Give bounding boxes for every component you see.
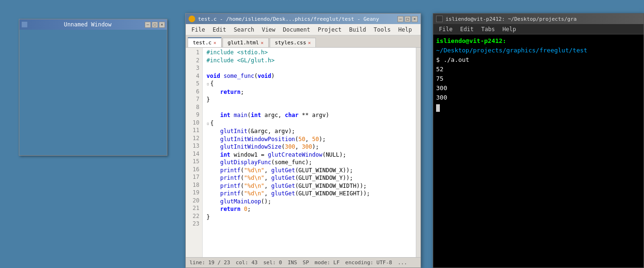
terminal-window: isliendo@vit-p2412: ~/Desktop/projects/g… [433, 13, 644, 268]
status-more: ... [398, 260, 407, 266]
geany-window-controls: — □ × [397, 16, 418, 22]
code-line-3 [206, 64, 412, 72]
term-line-out-3: 300 [436, 84, 641, 93]
ln-4: 4 [186, 72, 199, 80]
geany-menubar: File Edit Search View Document Project B… [186, 24, 421, 35]
geany-tabs: test.c ✕ glut1.html ✕ styles.css ✕ [186, 35, 421, 48]
tab-glut1-html-label: glut1.html [228, 40, 259, 46]
geany-window-title: test.c - /home/isliendo/Desk...phics/fre… [198, 16, 397, 22]
tab-test-c[interactable]: test.c ✕ [188, 37, 222, 47]
status-ins: INS [288, 260, 297, 266]
geany-statusbar: line: 19 / 23 col: 43 sel: 0 INS SP mode… [186, 257, 421, 268]
status-sel: sel: 0 [263, 260, 282, 266]
code-line-1: #include <stdio.h> [206, 49, 412, 57]
code-line-6: return; [206, 88, 412, 96]
ln-19: 19 [186, 189, 199, 197]
menu-build[interactable]: Build [345, 25, 370, 34]
ln-13: 13 [186, 142, 199, 150]
terminal-menubar: File Edit Tabs Help [433, 24, 644, 34]
ln-21: 21 [186, 204, 199, 212]
menu-project[interactable]: Project [314, 25, 346, 34]
geany-scrollbar[interactable] [416, 48, 421, 257]
status-sp: SP [303, 260, 309, 266]
tab-test-c-label: test.c [193, 40, 212, 46]
geany-titlebar: test.c - /home/isliendo/Desk...phics/fre… [186, 14, 421, 24]
ln-7: 7 [186, 95, 199, 103]
line-numbers: 1 2 3 4 5 6 7 8 9 10 11 12 13 14 15 16 1… [186, 48, 203, 257]
code-line-23 [206, 221, 412, 229]
ln-2: 2 [186, 57, 199, 65]
ln-6: 6 [186, 88, 199, 96]
menu-view[interactable]: View [258, 25, 279, 34]
geany-maximize-button[interactable]: □ [405, 16, 411, 22]
geany-editor: 1 2 3 4 5 6 7 8 9 10 11 12 13 14 15 16 1… [186, 48, 421, 257]
ln-22: 22 [186, 212, 199, 220]
term-menu-edit[interactable]: Edit [456, 25, 478, 34]
code-line-19: printf("%d\n", glutGet(GLUT_WINDOW_HEIGH… [206, 190, 412, 198]
code-line-10: ▫{ [206, 119, 412, 128]
term-menu-tabs[interactable]: Tabs [478, 25, 499, 34]
minimize-button[interactable]: — [145, 22, 151, 28]
tab-glut1-html-close[interactable]: ✕ [261, 40, 264, 45]
tab-styles-css-label: styles.css [275, 40, 306, 46]
tab-styles-css-close[interactable]: ✕ [308, 40, 311, 45]
geany-app-icon [189, 16, 195, 22]
ln-10: 10 [186, 119, 199, 127]
close-button[interactable]: × [159, 22, 165, 28]
code-line-21: return 0; [206, 205, 412, 213]
menu-tools[interactable]: Tools [370, 25, 395, 34]
code-line-20: glutMainLoop(); [206, 198, 412, 206]
tab-test-c-close[interactable]: ✕ [214, 40, 216, 45]
ln-16: 16 [186, 166, 199, 174]
terminal-content[interactable]: isliendo@vit-p2412: ~/Desktop/projects/g… [433, 34, 644, 268]
geany-minimize-button[interactable]: — [397, 16, 404, 22]
term-menu-help[interactable]: Help [499, 25, 520, 34]
code-line-17: printf("%d\n", glutGet(GLUT_WINDOW_Y)); [206, 174, 412, 182]
code-area[interactable]: #include <stdio.h> #include <GL/glut.h> … [203, 48, 416, 257]
term-menu-file[interactable]: File [435, 25, 456, 34]
term-line-cmd: $ ./a.out [436, 55, 641, 65]
term-prompt-path: ~/Desktop/projects/graphics/freeglut/tes… [436, 47, 587, 54]
ln-15: 15 [186, 158, 199, 166]
ln-17: 17 [186, 173, 199, 181]
code-line-15: glutDisplayFunc(some_func); [206, 159, 412, 167]
terminal-cursor [436, 104, 440, 112]
code-line-22: } [206, 213, 412, 221]
code-line-9: int main(int argc, char ** argv) [206, 111, 412, 119]
terminal-titlebar: isliendo@vit-p2412: ~/Desktop/projects/g… [433, 14, 644, 24]
menu-help[interactable]: Help [395, 25, 416, 34]
term-prompt-user: isliendo@vit-p2412: [436, 37, 506, 44]
terminal-window-title: isliendo@vit-p2412: ~/Desktop/projects/g… [446, 16, 577, 22]
code-line-2: #include <GL/glut.h> [206, 57, 412, 65]
unnamed-window-icon [21, 21, 28, 28]
ln-18: 18 [186, 181, 199, 189]
code-line-13: glutInitWindowSize(300, 300); [206, 143, 412, 151]
ln-8: 8 [186, 103, 199, 111]
ln-3: 3 [186, 64, 199, 72]
term-line-out-1: 52 [436, 65, 641, 74]
geany-close-button[interactable]: × [412, 16, 418, 22]
code-line-12: glutInitWindowPosition(50, 50); [206, 135, 412, 143]
menu-search[interactable]: Search [230, 25, 258, 34]
term-line-prompt-path: ~/Desktop/projects/graphics/freeglut/tes… [436, 46, 641, 55]
tab-glut1-html[interactable]: glut1.html ✕ [223, 38, 269, 47]
menu-edit[interactable]: Edit [209, 25, 230, 34]
term-cmd: $ ./a.out [436, 56, 469, 63]
menu-file[interactable]: File [188, 25, 209, 34]
status-line: line: 19 / 23 [190, 260, 230, 266]
term-line-out-4: 300 [436, 93, 641, 102]
status-col: col: 43 [236, 260, 257, 266]
ln-9: 9 [186, 111, 199, 119]
unnamed-window-title: Unnamed Window [31, 21, 145, 28]
term-line-cursor [436, 102, 641, 112]
menu-document[interactable]: Document [279, 25, 314, 34]
terminal-app-icon [436, 16, 443, 22]
status-encoding: encoding: UTF-8 [345, 260, 392, 266]
code-line-4: void some_func(void) [206, 72, 412, 80]
tab-styles-css[interactable]: styles.css ✕ [270, 38, 316, 47]
term-line-prompt-user: isliendo@vit-p2412: [436, 36, 641, 46]
ln-14: 14 [186, 150, 199, 158]
maximize-button[interactable]: □ [152, 22, 158, 28]
ln-12: 12 [186, 134, 199, 142]
unnamed-window-titlebar: Unnamed Window — □ × [19, 19, 167, 30]
